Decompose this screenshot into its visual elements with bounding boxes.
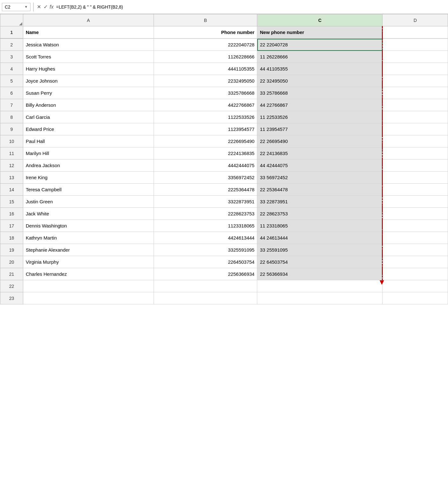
cell-d10[interactable]	[383, 135, 448, 147]
cell-d17[interactable]	[383, 220, 448, 232]
cell-c2[interactable]: 22 22040728	[257, 39, 383, 51]
cell-c23[interactable]	[257, 292, 383, 304]
col-header-d[interactable]: D	[383, 14, 448, 26]
cell-b13[interactable]: 3356972452	[154, 172, 257, 184]
cell-a9[interactable]: Edward Price	[23, 123, 154, 135]
cell-a2[interactable]: Jessica Watson	[23, 39, 154, 51]
cell-a16[interactable]: Jack White	[23, 208, 154, 220]
cell-b10[interactable]: 2226695490	[154, 135, 257, 147]
cell-c20[interactable]: 22 64503754	[257, 256, 383, 268]
cell-b14[interactable]: 2225364478	[154, 184, 257, 196]
cell-c6[interactable]: 33 25786668	[257, 87, 383, 99]
cell-c9[interactable]: 11 23954577	[257, 123, 383, 135]
cell-a10[interactable]: Paul Hall	[23, 135, 154, 147]
cell-a18[interactable]: Kathryn Martin	[23, 232, 154, 244]
cell-d9[interactable]	[383, 123, 448, 135]
cell-a21[interactable]: Charles Hernandez	[23, 268, 154, 280]
cell-b17[interactable]: 1123318065	[154, 220, 257, 232]
cell-b15[interactable]: 3322873951	[154, 196, 257, 208]
cell-c8[interactable]: 11 22533526	[257, 111, 383, 123]
cell-b12[interactable]: 4442444075	[154, 159, 257, 172]
cell-a15[interactable]: Justin Green	[23, 196, 154, 208]
cell-d1[interactable]	[383, 26, 448, 38]
cell-b6[interactable]: 3325786668	[154, 87, 257, 99]
cell-c3[interactable]: 11 26228666	[257, 51, 383, 63]
cell-c7[interactable]: 44 22766867	[257, 99, 383, 111]
cell-a19[interactable]: Stephanie Alexander	[23, 244, 154, 256]
cell-c4[interactable]: 44 41105355	[257, 63, 383, 75]
formula-input[interactable]: =LEFT(B2,2) & " " & RIGHT(B2,8)	[56, 4, 446, 10]
cell-d8[interactable]	[383, 111, 448, 123]
cell-b23[interactable]	[154, 292, 257, 304]
cell-b2[interactable]: 2222040728	[154, 39, 257, 51]
cell-d12[interactable]	[383, 159, 448, 172]
cell-c12[interactable]: 44 42444075	[257, 159, 383, 172]
cell-b19[interactable]: 3325591095	[154, 244, 257, 256]
cell-a1[interactable]: Name	[23, 26, 154, 38]
cell-c14[interactable]: 22 25364478	[257, 184, 383, 196]
cell-d3[interactable]	[383, 51, 448, 63]
cell-a20[interactable]: Virginia Murphy	[23, 256, 154, 268]
cell-a6[interactable]: Susan Perry	[23, 87, 154, 99]
cell-a12[interactable]: Andrea Jackson	[23, 159, 154, 172]
col-header-b[interactable]: B	[154, 14, 257, 26]
cell-b7[interactable]: 4422766867	[154, 99, 257, 111]
cell-a4[interactable]: Harry Hughes	[23, 63, 154, 75]
cell-a7[interactable]: Billy Anderson	[23, 99, 154, 111]
cell-d23[interactable]	[383, 292, 448, 304]
cell-b20[interactable]: 2264503754	[154, 256, 257, 268]
cell-d14[interactable]	[383, 184, 448, 196]
cell-b16[interactable]: 2228623753	[154, 208, 257, 220]
cell-b11[interactable]: 2224136835	[154, 147, 257, 159]
cell-c19[interactable]: 33 25591095	[257, 244, 383, 256]
cell-a8[interactable]: Carl Garcia	[23, 111, 154, 123]
cell-d20[interactable]	[383, 256, 448, 268]
cell-c5[interactable]: 22 32495050	[257, 75, 383, 87]
cell-b3[interactable]: 1126228666	[154, 51, 257, 63]
cell-c10[interactable]: 22 26695490	[257, 135, 383, 147]
cell-c16[interactable]: 22 28623753	[257, 208, 383, 220]
cell-d21[interactable]	[383, 268, 448, 280]
cell-b18[interactable]: 4424613444	[154, 232, 257, 244]
cell-d22[interactable]	[383, 280, 448, 292]
cell-d15[interactable]	[383, 196, 448, 208]
cell-d11[interactable]	[383, 147, 448, 159]
cell-a11[interactable]: Marilyn Hill	[23, 147, 154, 159]
cell-b1[interactable]: Phone number	[154, 26, 257, 38]
cell-d16[interactable]	[383, 208, 448, 220]
cell-d4[interactable]	[383, 63, 448, 75]
cell-a3[interactable]: Scott Torres	[23, 51, 154, 63]
cell-d19[interactable]	[383, 244, 448, 256]
cell-b21[interactable]: 2256366934	[154, 268, 257, 280]
confirm-icon[interactable]: ✓	[44, 4, 48, 10]
cell-c11[interactable]: 22 24136835	[257, 147, 383, 159]
cell-d2[interactable]	[383, 39, 448, 51]
cell-d18[interactable]	[383, 232, 448, 244]
cell-a17[interactable]: Dennis Washington	[23, 220, 154, 232]
cell-a5[interactable]: Joyce Johnson	[23, 75, 154, 87]
cell-c17[interactable]: 11 23318065	[257, 220, 383, 232]
cell-b22[interactable]	[154, 280, 257, 292]
cell-c21[interactable]: 22 56366934	[257, 268, 383, 280]
cell-a23[interactable]	[23, 292, 154, 304]
cell-c15[interactable]: 33 22873951	[257, 196, 383, 208]
cell-d13[interactable]	[383, 172, 448, 184]
cell-a13[interactable]: Irene King	[23, 172, 154, 184]
cell-b5[interactable]: 2232495050	[154, 75, 257, 87]
col-header-a[interactable]: A	[23, 14, 154, 26]
cell-b4[interactable]: 4441105355	[154, 63, 257, 75]
cell-a22[interactable]	[23, 280, 154, 292]
col-header-c[interactable]: C	[257, 14, 383, 26]
cell-b8[interactable]: 1122533526	[154, 111, 257, 123]
cell-reference-box[interactable]: C2 ▼	[2, 3, 31, 11]
cell-c13[interactable]: 33 56972452	[257, 172, 383, 184]
cell-c22[interactable]	[257, 280, 383, 292]
cell-d5[interactable]	[383, 75, 448, 87]
dropdown-arrow-icon[interactable]: ▼	[24, 5, 28, 9]
cancel-icon[interactable]: ✕	[37, 4, 41, 10]
cell-d7[interactable]	[383, 99, 448, 111]
cell-a14[interactable]: Teresa Campbell	[23, 184, 154, 196]
cell-c18[interactable]: 44 24613444	[257, 232, 383, 244]
cell-d6[interactable]	[383, 87, 448, 99]
cell-b9[interactable]: 1123954577	[154, 123, 257, 135]
